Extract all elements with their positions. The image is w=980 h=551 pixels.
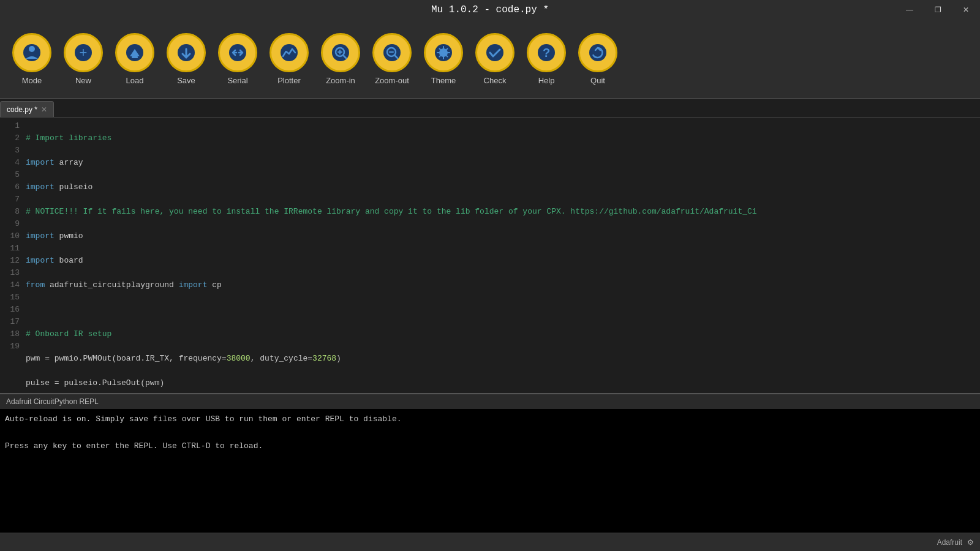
toolbar-serial-button[interactable]: Serial (213, 25, 262, 92)
help-icon: ? (527, 33, 566, 72)
tab-label: code.py * (7, 105, 37, 114)
toolbar-mode-button[interactable]: Mode (7, 25, 56, 92)
theme-icon (424, 33, 463, 72)
maximize-button[interactable]: ❐ (924, 0, 952, 20)
check-icon (475, 33, 514, 72)
svg-point-7 (229, 44, 246, 61)
mode-label: Mode (22, 76, 42, 85)
toolbar-load-button[interactable]: Load (110, 25, 159, 92)
plotter-label: Plotter (277, 76, 301, 85)
repl-line-2 (5, 426, 975, 440)
repl-section: Adafruit CircuitPython REPL Auto-reload … (0, 393, 980, 533)
toolbar-zoom-in-button[interactable]: Zoom-in (316, 25, 365, 92)
zoom-out-icon (372, 33, 412, 72)
toolbar-check-button[interactable]: Check (470, 25, 519, 92)
load-icon (115, 33, 154, 72)
editor-container: 12345 678910 1112131415 16171819 # Impor… (0, 118, 980, 393)
toolbar-plotter-button[interactable]: Plotter (265, 25, 314, 92)
status-right: Adafruit ⚙ (937, 538, 974, 547)
line-numbers: 12345 678910 1112131415 16171819 (0, 118, 26, 393)
repl-header-label: Adafruit CircuitPython REPL (6, 397, 99, 406)
svg-text:?: ? (543, 46, 550, 59)
serial-label: Serial (227, 76, 247, 85)
repl-content[interactable]: Auto-reload is on. Simply save files ove… (0, 409, 980, 533)
quit-label: Quit (590, 76, 605, 85)
tab-close-icon[interactable]: ✕ (41, 106, 47, 113)
check-label: Check (484, 76, 507, 85)
help-label: Help (538, 76, 555, 85)
svg-point-23 (589, 44, 606, 61)
repl-line-3: Press any key to enter the REPL. Use CTR… (5, 440, 975, 453)
svg-text:+: + (80, 45, 88, 60)
toolbar-zoom-out-button[interactable]: Zoom-out (368, 25, 417, 92)
status-mode: Adafruit (937, 538, 962, 547)
repl-header: Adafruit CircuitPython REPL (0, 393, 980, 409)
serial-icon (218, 33, 257, 72)
svg-point-1 (29, 46, 35, 52)
zoom-in-icon (321, 33, 360, 72)
close-button[interactable]: ✕ (952, 0, 980, 20)
save-icon (167, 33, 206, 72)
title-bar: Mu 1.0.2 - code.py * — ❐ ✕ (0, 0, 980, 20)
repl-line-1: Auto-reload is on. Simply save files ove… (5, 413, 975, 426)
status-bar: Adafruit ⚙ (0, 533, 980, 551)
zoom-in-label: Zoom-in (326, 76, 355, 85)
svg-point-20 (486, 44, 503, 61)
load-label: Load (126, 76, 144, 85)
toolbar-theme-button[interactable]: Theme (419, 25, 468, 92)
quit-icon (578, 33, 617, 72)
toolbar-new-button[interactable]: + New (59, 25, 108, 92)
save-label: Save (177, 76, 195, 85)
tabs-bar: code.py * ✕ (0, 99, 980, 118)
mode-icon (12, 33, 51, 72)
tab-code-py[interactable]: code.py * ✕ (0, 101, 54, 117)
new-icon: + (64, 33, 103, 72)
window-controls: — ❐ ✕ (895, 0, 980, 20)
svg-rect-5 (132, 56, 138, 58)
code-editor[interactable]: # Import libraries import array import p… (26, 118, 980, 393)
title-bar-title: Mu 1.0.2 - code.py * (431, 4, 549, 15)
gear-icon[interactable]: ⚙ (967, 538, 974, 547)
toolbar-save-button[interactable]: Save (162, 25, 211, 92)
plotter-icon (270, 33, 309, 72)
new-label: New (75, 76, 91, 85)
toolbar-quit-button[interactable]: Quit (573, 25, 622, 92)
minimize-button[interactable]: — (895, 0, 924, 20)
toolbar: Mode + New Load Save Serial Plotter (0, 20, 980, 99)
zoom-out-label: Zoom-out (375, 76, 409, 85)
toolbar-help-button[interactable]: ? Help (522, 25, 571, 92)
theme-label: Theme (431, 76, 456, 85)
